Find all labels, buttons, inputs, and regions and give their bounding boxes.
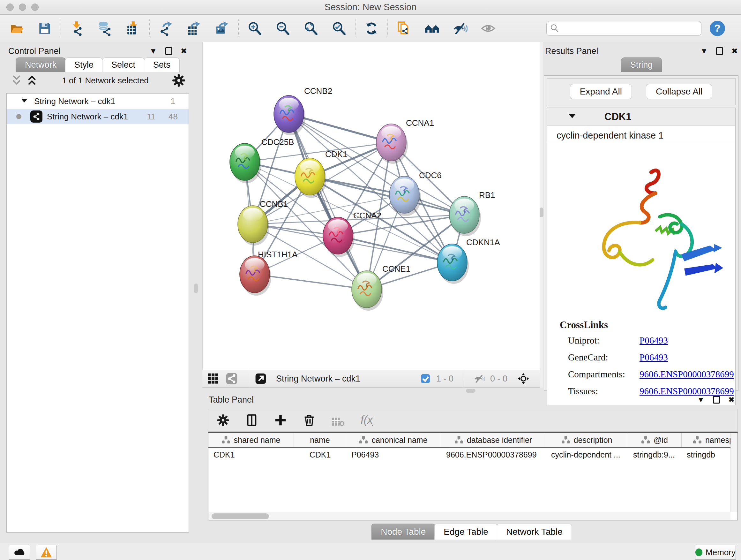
table-cell[interactable]: cyclin-dependent ... <box>546 450 628 459</box>
table-horizontal-scrollbar[interactable] <box>208 512 731 520</box>
edge-CCNB2-CCNE1[interactable] <box>289 114 367 289</box>
import-network-file-icon[interactable] <box>70 21 85 36</box>
maximize-icon[interactable] <box>165 47 172 55</box>
column-header-canonical-name[interactable]: canonical name <box>346 433 441 447</box>
search-input[interactable] <box>546 21 701 36</box>
table-cell[interactable]: CDK1 <box>208 450 294 459</box>
crosslink-link[interactable]: P06493 <box>639 352 668 363</box>
zoom-in-icon[interactable] <box>247 21 262 36</box>
plus-icon[interactable] <box>273 413 288 428</box>
selected-checkbox-icon[interactable] <box>419 372 432 385</box>
float-icon[interactable]: ▼ <box>700 47 708 55</box>
float-icon[interactable]: ▼ <box>149 47 157 55</box>
node-CCNB2[interactable]: CCNB2 <box>274 86 332 135</box>
close-icon[interactable]: ✖ <box>728 396 735 403</box>
scrollbar-thumb[interactable] <box>212 513 269 519</box>
column-header-name[interactable]: name <box>294 433 346 447</box>
birdseye-crosshair-icon[interactable] <box>517 372 530 385</box>
export-network-icon[interactable] <box>158 21 174 36</box>
table-cell[interactable]: P06493 <box>346 450 441 459</box>
network-graph[interactable]: CCNB2 CCNA1 CDC25B CDK1 CDC6 RB1 CCNB1 C… <box>203 42 540 369</box>
node-HIST1H1A[interactable]: HIST1H1A <box>240 250 298 296</box>
float-icon[interactable]: ▼ <box>697 396 704 403</box>
save-session-icon[interactable] <box>37 21 52 36</box>
share-network-icon[interactable] <box>225 372 238 385</box>
hide-selection-icon[interactable] <box>453 21 468 36</box>
edge-CCNA2-CDKN1A[interactable] <box>338 236 452 262</box>
expand-all-button[interactable]: Expand All <box>570 84 632 99</box>
export-table-icon[interactable] <box>186 21 202 36</box>
table-cell[interactable]: CDK1 <box>294 450 346 459</box>
collapse-all-networks-icon[interactable] <box>9 73 24 88</box>
first-neighbors-icon[interactable] <box>424 21 440 36</box>
gene-section-header[interactable]: CDK1 <box>547 108 735 126</box>
collection-caret-icon[interactable] <box>20 97 28 106</box>
crosslinks-block: CrossLinks Uniprot:P06493GeneCard:P06493… <box>547 317 735 405</box>
import-table-file-icon[interactable] <box>126 21 141 36</box>
update-network-icon[interactable] <box>364 21 379 36</box>
export-image-icon[interactable] <box>214 21 230 36</box>
tab-select[interactable]: Select <box>102 57 145 72</box>
close-icon[interactable]: ✖ <box>731 47 738 55</box>
columns-icon[interactable] <box>244 413 259 428</box>
memory-button[interactable]: Memory <box>695 545 736 560</box>
tab-edge-table[interactable]: Edge Table <box>434 523 497 540</box>
network-row[interactable]: String Network – cdk1 11 48 <box>7 109 189 124</box>
node-CCNE1[interactable]: CCNE1 <box>352 264 410 311</box>
table-cell[interactable]: stringdb <box>682 450 738 459</box>
maximize-icon[interactable] <box>716 47 723 55</box>
section-caret-icon[interactable] <box>568 113 576 121</box>
minimize-window-icon[interactable] <box>19 3 26 11</box>
collapse-all-button[interactable]: Collapse All <box>646 84 712 99</box>
node-RB1[interactable]: RB1 <box>449 190 495 236</box>
maximize-icon[interactable] <box>713 396 720 403</box>
tab-node-table[interactable]: Node Table <box>372 523 435 540</box>
node-layer[interactable]: CCNB2 CCNA1 CDC25B CDK1 CDC6 RB1 CCNB1 C… <box>230 86 500 311</box>
network-collection-row[interactable]: String Network – cdk1 1 <box>7 94 189 109</box>
open-in-browser-icon[interactable] <box>254 372 267 385</box>
zoom-out-icon[interactable] <box>275 21 290 36</box>
tab-string[interactable]: String <box>621 57 662 72</box>
node-CDC6[interactable]: CDC6 <box>389 171 442 216</box>
tab-network[interactable]: Network <box>16 57 66 72</box>
column-header-@id[interactable]: @id <box>628 433 682 447</box>
show-all-icon[interactable] <box>481 21 496 36</box>
zoom-selected-icon[interactable] <box>331 21 347 36</box>
open-session-icon[interactable] <box>9 21 24 36</box>
node-CDC25B[interactable]: CDC25B <box>230 137 294 183</box>
close-icon[interactable]: ✖ <box>181 47 187 55</box>
column-header-shared-name[interactable]: shared name <box>208 433 294 447</box>
tab-style[interactable]: Style <box>65 57 103 72</box>
tab-sets[interactable]: Sets <box>144 57 180 72</box>
table-cell[interactable]: stringdb:9... <box>628 450 682 459</box>
column-header-namespace[interactable]: namespace <box>682 433 738 447</box>
splitter-handle[interactable] <box>194 284 198 293</box>
column-header-database-identifier[interactable]: database identifier <box>441 433 546 447</box>
crosslink-link[interactable]: 9606.ENSP00000378699 <box>639 369 734 380</box>
table-row[interactable]: CDK1CDK1P064939606.ENSP00000378699cyclin… <box>208 448 738 462</box>
help-icon[interactable]: ? <box>710 21 725 36</box>
zoom-window-icon[interactable] <box>31 3 39 11</box>
network-options-gear-icon[interactable] <box>171 73 186 88</box>
import-network-database-icon[interactable] <box>98 21 113 36</box>
table-vertical-scrollbar[interactable] <box>731 433 738 512</box>
zoom-fit-icon[interactable] <box>303 21 319 36</box>
crosslink-label: Compartments: <box>568 369 639 380</box>
birdseye-grid-icon[interactable] <box>207 372 219 385</box>
expand-all-networks-icon[interactable] <box>24 73 40 88</box>
node-CCNB1[interactable]: CCNB1 <box>238 199 288 246</box>
trash-icon[interactable] <box>301 413 317 428</box>
new-network-from-selection-icon[interactable] <box>396 21 412 36</box>
cloud-icon[interactable] <box>9 545 30 560</box>
gear-icon[interactable] <box>215 413 231 428</box>
table-cell[interactable]: 9606.ENSP00000378699 <box>441 450 546 459</box>
close-window-icon[interactable] <box>6 3 14 11</box>
crosslink-link[interactable]: P06493 <box>639 335 668 346</box>
node-CDKN1A[interactable]: CDKN1A <box>437 238 500 284</box>
edge-HIST1H1A-CCNE1[interactable] <box>255 274 367 289</box>
column-header-description[interactable]: description <box>546 433 628 447</box>
warning-icon[interactable] <box>36 545 57 560</box>
network-canvas[interactable]: CCNB2 CCNA1 CDC25B CDK1 CDC6 RB1 CCNB1 C… <box>202 42 540 370</box>
tab-network-table[interactable]: Network Table <box>497 523 572 540</box>
splitter-handle[interactable] <box>466 389 475 393</box>
